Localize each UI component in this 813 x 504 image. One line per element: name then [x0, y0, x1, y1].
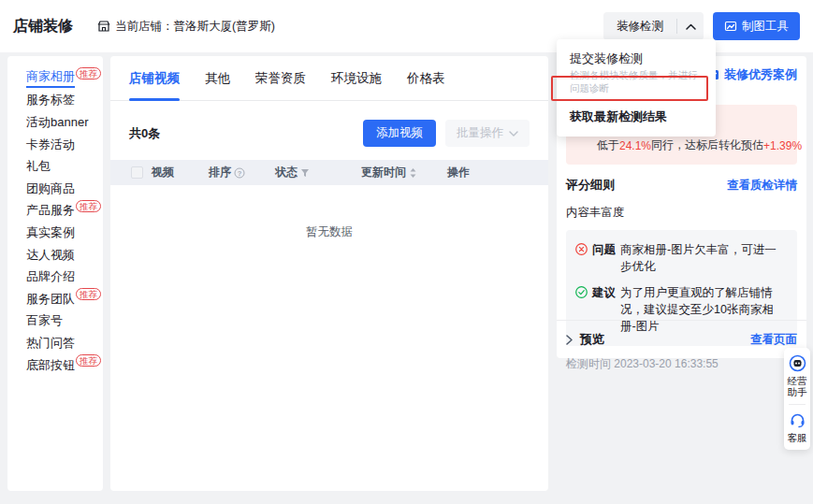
floating-toolbar: 经营助手 客服 — [784, 348, 810, 450]
sidebar-item-label[interactable]: 团购商品 — [26, 181, 75, 196]
content-richness-title: 内容丰富度 — [566, 205, 797, 221]
preview-row: 预览 查看页面 — [557, 320, 806, 358]
column-status-label: 状态 — [275, 165, 298, 180]
sidebar-item-group-products[interactable]: 团购商品 — [26, 178, 103, 200]
tab-other[interactable]: 其他 — [205, 56, 230, 101]
decoration-module-sidebar: 商家相册推荐 服务标签 活动banner 卡券活动 礼包 团购商品 产品服务推荐… — [7, 56, 103, 491]
peer-percent: 24.1% — [619, 139, 651, 152]
sidebar-item-label[interactable]: 卡券活动 — [26, 137, 75, 152]
sidebar-item-coupon-activity[interactable]: 卡券活动 — [26, 134, 103, 156]
current-store: 当前店铺：普洛斯大厦(普罗斯) — [97, 19, 275, 35]
menu-item-latest-result[interactable]: 获取最新检测结果 — [557, 101, 716, 127]
svg-text:?: ? — [238, 168, 242, 177]
column-action: 操作 — [447, 165, 470, 180]
content-tabs: 店铺视频 其他 荣誉资质 环境设施 价格表 — [110, 56, 548, 101]
customer-service-label[interactable]: 客服 — [788, 432, 807, 443]
sidebar-item-hot-qa[interactable]: 热门问答 — [26, 332, 103, 354]
select-all-checkbox[interactable] — [131, 166, 143, 179]
sidebar-item-bottom-button[interactable]: 底部按钮推荐 — [26, 354, 103, 377]
draw-tool-button[interactable]: 制图工具 — [713, 12, 800, 40]
recommend-badge: 推荐 — [76, 288, 101, 300]
status-mid: 同行，达标后转化预估 — [651, 137, 763, 153]
problem-row: 问题 商家相册-图片欠丰富，可进一步优化 — [575, 241, 786, 275]
sidebar-item-label[interactable]: 服务团队 — [26, 292, 75, 307]
business-assistant-button[interactable]: 经营助手 — [786, 354, 808, 397]
preview-toggle[interactable]: 预览 — [566, 331, 604, 348]
batch-operation-button[interactable]: 批量操作 — [445, 120, 530, 147]
sidebar-item-gift-pack[interactable]: 礼包 — [26, 155, 103, 178]
sidebar-item-label[interactable]: 商家相册 — [26, 69, 75, 88]
suggestion-check-icon — [575, 286, 588, 298]
draw-tool-label[interactable]: 制图工具 — [742, 19, 789, 35]
tab-environment[interactable]: 环境设施 — [331, 56, 382, 101]
tab-store-video[interactable]: 店铺视频 — [129, 56, 180, 101]
column-update-time-label: 更新时间 — [361, 165, 406, 180]
sidebar-item-expert-videos[interactable]: 达人视频 — [26, 244, 103, 266]
sidebar-item-label[interactable]: 热门问答 — [26, 336, 75, 351]
list-toolbar: 共0条 添加视频 批量操作 — [129, 120, 530, 147]
column-status: 状态 — [275, 165, 361, 180]
page-title: 店铺装修 — [13, 17, 73, 36]
sidebar-item-real-cases[interactable]: 真实案例 — [26, 222, 103, 244]
preview-label[interactable]: 预览 — [580, 331, 604, 348]
sidebar-item-label[interactable]: 底部按钮 — [26, 358, 75, 373]
problem-label: 问题 — [592, 241, 616, 275]
column-video-label: 视频 — [152, 165, 174, 180]
filter-icon[interactable] — [300, 168, 310, 178]
question-circle-icon[interactable]: ? — [234, 167, 245, 179]
chevron-up-icon[interactable] — [677, 12, 704, 40]
customer-service-button[interactable]: 客服 — [788, 411, 807, 443]
sidebar-item-label[interactable]: 礼包 — [26, 159, 51, 174]
batch-operation-label[interactable]: 批量操作 — [457, 125, 503, 141]
problem-circle-x-icon — [575, 243, 588, 255]
column-update-time: 更新时间 — [361, 165, 447, 180]
excellent-cases-label[interactable]: 装修优秀案例 — [724, 66, 797, 83]
sidebar-item-label[interactable]: 品牌介绍 — [26, 269, 75, 284]
sort-arrows-icon[interactable] — [409, 167, 417, 179]
column-sort-label: 排序 — [209, 165, 231, 180]
excellent-cases-link[interactable]: 装修优秀案例 — [706, 66, 797, 83]
sidebar-item-activity-banner[interactable]: 活动banner — [26, 111, 103, 134]
draw-tool-icon — [724, 20, 737, 33]
status-detail-line: 低于24.1%同行，达标后转化预估+1.39% ? — [597, 137, 786, 153]
sidebar-item-label[interactable]: 产品服务 — [26, 203, 75, 218]
view-page-link[interactable]: 查看页面 — [750, 332, 797, 348]
sidebar-item-service-tags[interactable]: 服务标签 — [26, 90, 103, 112]
headset-icon — [789, 411, 806, 429]
total-count-label: 共0条 — [129, 125, 160, 142]
business-assistant-label[interactable]: 经营助手 — [786, 375, 808, 397]
column-action-label: 操作 — [447, 165, 470, 180]
detect-dropdown-menu: 提交装修检测 检测各模块装修质量，并进行问题诊断 获取最新检测结果 — [557, 39, 716, 137]
problem-text: 商家相册-图片欠丰富，可进一步优化 — [620, 241, 786, 275]
floatbar-divider — [789, 404, 806, 405]
conversion-gain: +1.39% — [763, 139, 802, 152]
sidebar-item-label[interactable]: 服务标签 — [26, 93, 75, 108]
add-video-button[interactable]: 添加视频 — [363, 120, 436, 147]
empty-state-text: 暂无数据 — [110, 224, 548, 240]
column-sort: 排序 ? — [209, 165, 275, 180]
sidebar-item-merchant-album[interactable]: 商家相册推荐 — [26, 67, 103, 90]
sidebar-item-label[interactable]: 活动banner — [26, 115, 88, 130]
sidebar-item-label[interactable]: 百家号 — [26, 313, 63, 328]
scoring-rules-title: 评分细则 — [566, 177, 615, 194]
current-store-label: 当前店铺：普洛斯大厦(普罗斯) — [115, 19, 275, 35]
quality-check-detail-link[interactable]: 查看质检详情 — [727, 178, 797, 194]
table-header-row: 视频 排序 ? 状态 更新时间 操作 — [110, 160, 548, 185]
sidebar-item-brand-intro[interactable]: 品牌介绍 — [26, 266, 103, 288]
decoration-detect-button[interactable]: 装修检测 — [603, 12, 704, 40]
sidebar-item-label[interactable]: 真实案例 — [26, 225, 75, 240]
sidebar-item-product-service[interactable]: 产品服务推荐 — [26, 200, 103, 223]
decoration-detect-label[interactable]: 装修检测 — [603, 19, 676, 35]
column-video: 视频 — [150, 165, 209, 180]
recommend-badge: 推荐 — [76, 354, 101, 367]
sidebar-item-baijiahao[interactable]: 百家号 — [26, 310, 103, 333]
chevron-down-icon — [509, 131, 518, 137]
recommend-badge: 推荐 — [76, 67, 101, 79]
sidebar-item-service-team[interactable]: 服务团队推荐 — [26, 288, 103, 310]
sidebar-item-label[interactable]: 达人视频 — [26, 248, 75, 263]
tab-price-list[interactable]: 价格表 — [407, 56, 445, 101]
menu-item-submit-detect[interactable]: 提交装修检测 — [557, 48, 716, 68]
menu-item-submit-desc: 检测各模块装修质量，并进行问题诊断 — [557, 68, 716, 101]
tab-honors[interactable]: 荣誉资质 — [255, 56, 306, 101]
chevron-right-icon — [566, 335, 573, 345]
